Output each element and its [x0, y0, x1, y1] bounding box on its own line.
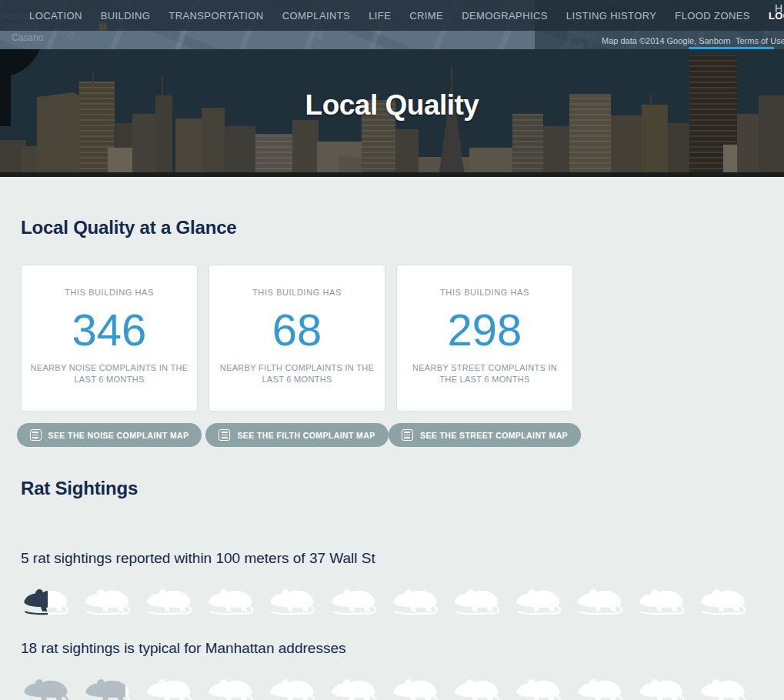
rat-icon — [205, 672, 259, 700]
card-eyebrow: THIS BUILDING HAS — [209, 288, 385, 297]
map-buttons-row: SEE THE NOISE COMPLAINT MAP SEE THE FILT… — [21, 423, 763, 447]
button-label: SEE THE NOISE COMPLAINT MAP — [48, 431, 189, 440]
noise-complaints-count: 346 — [22, 308, 197, 352]
nav-tab-life[interactable]: LIFE — [369, 10, 391, 22]
see-street-complaint-map-button[interactable]: SEE THE STREET COMPLAINT MAP — [389, 423, 581, 447]
rat-sightings-heading: Rat Sightings — [21, 478, 763, 499]
map-control[interactable]: H — [775, 2, 782, 15]
rat-icon — [21, 672, 75, 700]
rat-icon — [698, 672, 752, 700]
card-caption: NEARBY FILTH COMPLAINTS IN THE LAST 6 MO… — [209, 362, 385, 386]
rat-icon — [636, 582, 690, 618]
rat-icon — [267, 582, 321, 618]
page-title: Local Quality — [0, 89, 784, 122]
nav-tab-flood-zones[interactable]: FLOOD ZONES — [675, 10, 750, 22]
rat-icon — [21, 582, 75, 618]
rat-icon — [144, 582, 198, 618]
street-complaints-count: 298 — [397, 308, 572, 352]
rat-sightings-building-text: 5 rat sightings reported within 100 mete… — [21, 550, 763, 567]
rat-icon — [82, 582, 136, 618]
rat-icon — [329, 582, 382, 618]
map-attribution: Map data ©2014 Google, Sanborn — [602, 36, 731, 45]
noise-complaints-card: THIS BUILDING HAS 346 NEARBY NOISE COMPL… — [21, 265, 198, 412]
rat-icon — [452, 672, 505, 700]
main-content: Local Quality at a Glance THIS BUILDING … — [0, 177, 784, 700]
nav-tab-listing-history[interactable]: LISTING HISTORY — [566, 10, 657, 22]
rat-icon — [636, 672, 690, 700]
filth-complaints-count: 68 — [209, 308, 385, 352]
rat-sightings-typical-text: 18 rat sightings is typical for Manhatta… — [21, 640, 763, 657]
rat-icon — [82, 672, 136, 700]
rat-icon — [513, 582, 567, 618]
rat-icon — [144, 672, 198, 700]
filth-complaints-card: THIS BUILDING HAS 68 NEARBY FILTH COMPLA… — [209, 265, 385, 412]
map-poi-label: Club S — [567, 40, 592, 49]
page-header: Inattesa Pizzabar Casano St Washington S… — [0, 0, 784, 49]
map-poi-label: Casano — [12, 32, 43, 43]
rat-icon — [390, 672, 444, 700]
rat-icon — [205, 582, 259, 618]
rat-icon — [575, 582, 629, 618]
rat-pictograph-building — [21, 582, 763, 618]
rat-icon — [513, 672, 567, 700]
nav-tab-building[interactable]: BUILDING — [101, 10, 151, 22]
map-terms-link[interactable]: Terms of Use — [736, 36, 784, 45]
see-noise-complaint-map-button[interactable]: SEE THE NOISE COMPLAINT MAP — [17, 423, 202, 447]
card-eyebrow: THIS BUILDING HAS — [397, 288, 572, 297]
nav-tab-crime[interactable]: CRIME — [409, 10, 443, 22]
nav-tab-demographics[interactable]: DEMOGRAPHICS — [462, 10, 548, 22]
rat-icon — [267, 672, 321, 700]
document-list-icon — [402, 429, 413, 441]
glance-heading: Local Quality at a Glance — [21, 177, 763, 238]
nav-tab-transportation[interactable]: TRANSPORTATION — [168, 10, 263, 22]
button-label: SEE THE FILTH COMPLAINT MAP — [237, 431, 375, 440]
card-caption: NEARBY STREET COMPLAINTS IN THE LAST 6 M… — [397, 362, 572, 386]
document-list-icon — [219, 429, 230, 441]
rat-icon — [329, 672, 382, 700]
map-poi-label: Cipriani — [567, 31, 596, 40]
top-nav: LOCATION BUILDING TRANSPORTATION COMPLAI… — [0, 0, 784, 31]
see-filth-complaint-map-button[interactable]: SEE THE FILTH COMPLAINT MAP — [205, 423, 388, 447]
card-eyebrow: THIS BUILDING HAS — [22, 288, 197, 297]
rat-pictograph-typical — [21, 672, 763, 700]
rat-icon — [452, 582, 505, 618]
stat-cards: THIS BUILDING HAS 346 NEARBY NOISE COMPL… — [21, 265, 763, 412]
nav-tab-location[interactable]: LOCATION — [29, 10, 82, 22]
button-label: SEE THE STREET COMPLAINT MAP — [420, 431, 568, 440]
document-list-icon — [30, 429, 42, 441]
rat-icon — [390, 582, 444, 618]
street-complaints-card: THIS BUILDING HAS 298 NEARBY STREET COMP… — [396, 265, 573, 412]
rat-icon — [698, 582, 752, 618]
active-tab-indicator — [689, 47, 774, 49]
rat-icon — [575, 672, 629, 700]
card-caption: NEARBY NOISE COMPLAINTS IN THE LAST 6 MO… — [22, 362, 197, 386]
nav-tab-complaints[interactable]: COMPLAINTS — [282, 10, 351, 22]
hero-banner: Local Quality — [0, 49, 784, 177]
